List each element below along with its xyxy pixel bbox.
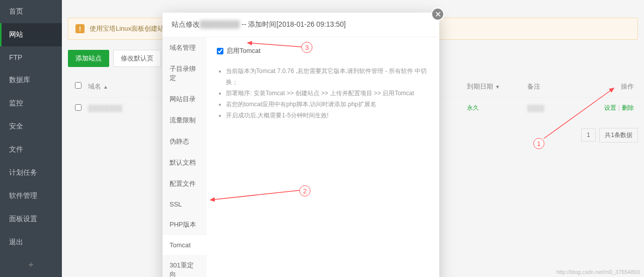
annotation-3: 3 <box>301 42 312 53</box>
close-icon[interactable]: ✕ <box>431 8 444 21</box>
info-item: 开启成功后,大概需要1-5分钟时间生效! <box>226 110 429 121</box>
nav-webdir[interactable]: 网站目录 <box>163 89 207 110</box>
annotation-2: 2 <box>299 185 310 196</box>
nav-subdir[interactable]: 子目录绑定 <box>163 58 207 89</box>
nav-default-doc[interactable]: 默认文档 <box>163 152 207 173</box>
modal-content: 启用Tomcat 当前版本为Tomcat 7.0.76 ,若您需要其它版本,请到… <box>207 37 439 277</box>
info-item: 当前版本为Tomcat 7.0.76 ,若您需要其它版本,请到软件管理 - 所有… <box>226 65 429 88</box>
nav-php[interactable]: PHP版本 <box>163 214 207 235</box>
site-edit-modal: ✕ 站点修改████████ -- 添加时间[2018-01-26 09:13:… <box>163 13 439 277</box>
info-item: 部署顺序: 安装Tomcat >> 创建站点 >> 上传并配置项目 >> 启用T… <box>226 88 429 99</box>
modal-overlay: ✕ 站点修改████████ -- 添加时间[2018-01-26 09:13:… <box>0 0 644 277</box>
enable-tomcat-checkbox[interactable] <box>217 48 223 54</box>
nav-301[interactable]: 301重定向 <box>163 255 207 277</box>
modal-title: 站点修改████████ -- 添加时间[2018-01-26 09:13:50… <box>163 13 439 37</box>
nav-rewrite[interactable]: 伪静态 <box>163 131 207 152</box>
info-item: 若您的tomcat应用中有php脚本,访问时请添加.php扩展名 <box>226 99 429 110</box>
modal-nav: 域名管理 子目录绑定 网站目录 流量限制 伪静态 默认文档 配置文件 SSL P… <box>163 37 207 277</box>
nav-tomcat[interactable]: Tomcat <box>163 235 207 255</box>
enable-tomcat-row[interactable]: 启用Tomcat <box>217 46 429 55</box>
nav-ssl[interactable]: SSL <box>163 194 207 214</box>
watermark: http://blog.csdn.net/m0_37654893 <box>556 269 640 275</box>
nav-domain[interactable]: 域名管理 <box>163 37 207 58</box>
nav-traffic[interactable]: 流量限制 <box>163 110 207 131</box>
enable-tomcat-label: 启用Tomcat <box>226 46 261 55</box>
nav-config[interactable]: 配置文件 <box>163 173 207 194</box>
annotation-1: 1 <box>533 138 544 149</box>
info-list: 当前版本为Tomcat 7.0.76 ,若您需要其它版本,请到软件管理 - 所有… <box>217 65 429 121</box>
